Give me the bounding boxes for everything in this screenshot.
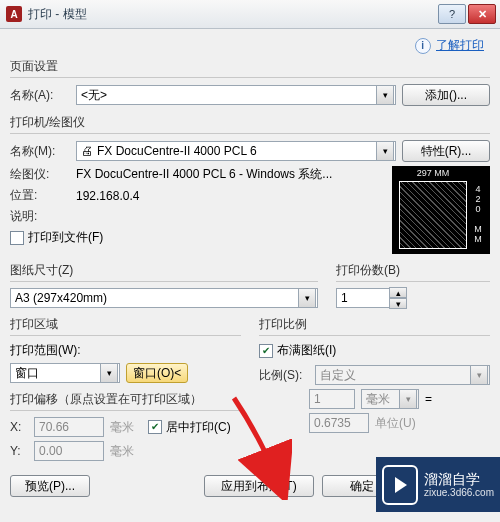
promo-overlay: 溜溜自学 zixue.3d66.com (376, 457, 500, 512)
scale-num-value: 1 (314, 392, 321, 406)
checkbox-box-icon: ✔ (148, 420, 162, 434)
copies-value: 1 (341, 291, 389, 305)
legend-offset: 打印偏移（原点设置在可打印区域） (10, 391, 241, 408)
scale-ratio-value: 自定义 (320, 367, 470, 384)
offset-x-unit: 毫米 (110, 419, 134, 436)
printer-icon: 🖨 (81, 144, 93, 158)
checkbox-box-icon: ✔ (259, 344, 273, 358)
play-icon (382, 465, 418, 505)
offset-y-input: 0.00 (34, 441, 104, 461)
checkbox-box-icon (10, 231, 24, 245)
scale-num-input: 1 (309, 389, 355, 409)
plot-range-combo[interactable]: 窗口 ▾ (10, 363, 120, 383)
print-to-file-label: 打印到文件(F) (28, 229, 103, 246)
scale-unit1-combo: 毫米 ▾ (361, 389, 419, 409)
scale-ratio-label: 比例(S): (259, 367, 309, 384)
window-title: 打印 - 模型 (28, 6, 438, 23)
info-icon: i (415, 38, 431, 54)
printer-name-combo[interactable]: 🖨 FX DocuCentre-II 4000 PCL 6 ▾ (76, 141, 396, 161)
scale-ratio-combo: 自定义 ▾ (315, 365, 490, 385)
chevron-down-icon[interactable]: ▾ (100, 363, 118, 383)
fit-to-paper-label: 布满图纸(I) (277, 342, 336, 359)
preview-button[interactable]: 预览(P)... (10, 475, 90, 497)
legend-copies: 打印份数(B) (336, 262, 490, 279)
group-copies: 打印份数(B) 1 ▴ ▾ (336, 262, 490, 308)
copies-spinner[interactable]: 1 ▴ ▾ (336, 288, 406, 308)
paper-size-value: A3 (297x420mm) (15, 291, 298, 305)
chevron-down-icon[interactable]: ▾ (376, 141, 394, 161)
learn-print-link[interactable]: 了解打印 (436, 38, 484, 52)
location-value: 192.168.0.4 (76, 189, 139, 203)
legend-scale: 打印比例 (259, 316, 490, 333)
learn-print-area: i 了解打印 (10, 35, 490, 58)
pagesetup-name-value: <无> (81, 87, 376, 104)
plotter-value: FX DocuCentre-II 4000 PCL 6 - Windows 系统… (76, 166, 382, 183)
center-plot-checkbox[interactable]: ✔ 居中打印(C) (148, 419, 231, 436)
group-page-setup: 页面设置 名称(A): <无> ▾ 添加()... (10, 58, 490, 106)
promo-domain: zixue.3d66.com (424, 487, 494, 498)
plot-range-value: 窗口 (15, 365, 100, 382)
preview-width-label: 297 MM (399, 168, 467, 178)
pagesetup-name-label: 名称(A): (10, 87, 70, 104)
chevron-down-icon[interactable]: ▾ (376, 85, 394, 105)
offset-y-unit: 毫米 (110, 443, 134, 460)
offset-x-input: 70.66 (34, 417, 104, 437)
paper-preview: 297 MM 420 MM (392, 166, 490, 254)
location-label: 位置: (10, 187, 70, 204)
center-plot-label: 居中打印(C) (166, 419, 231, 436)
scale-eq-label: = (425, 392, 432, 406)
group-offset: 打印偏移（原点设置在可打印区域） X: 70.66 毫米 ✔ 居中打印(C) Y… (10, 391, 241, 461)
scale-unit1-value: 毫米 (366, 391, 399, 408)
offset-y-value: 0.00 (39, 444, 62, 458)
description-label: 说明: (10, 208, 70, 225)
title-bar: A 打印 - 模型 ? ✕ (0, 0, 500, 29)
legend-paper: 图纸尺寸(Z) (10, 262, 318, 279)
legend-printer: 打印机/绘图仪 (10, 114, 490, 131)
chevron-down-icon[interactable]: ▾ (298, 288, 316, 308)
scale-den-value: 0.6735 (314, 416, 351, 430)
spin-up-icon[interactable]: ▴ (389, 287, 407, 298)
offset-x-value: 70.66 (39, 420, 69, 434)
preview-page-icon (399, 181, 467, 249)
offset-x-label: X: (10, 420, 28, 434)
close-button[interactable]: ✕ (468, 4, 496, 24)
apply-layout-button[interactable]: 应用到布局(T) (204, 475, 314, 497)
group-paper-size: 图纸尺寸(Z) A3 (297x420mm) ▾ (10, 262, 318, 308)
group-plot-area: 打印区域 打印范围(W): 窗口 ▾ 窗口(O)< (10, 316, 241, 383)
pagesetup-name-combo[interactable]: <无> ▾ (76, 85, 396, 105)
offset-y-label: Y: (10, 444, 28, 458)
scale-den-input: 0.6735 (309, 413, 369, 433)
preview-height-label: 420 MM (473, 184, 483, 244)
app-icon: A (6, 6, 22, 22)
promo-brand: 溜溜自学 (424, 471, 494, 487)
spin-down-icon[interactable]: ▾ (389, 298, 407, 309)
printer-name-value: FX DocuCentre-II 4000 PCL 6 (97, 144, 376, 158)
legend-page-setup: 页面设置 (10, 58, 490, 75)
printer-name-label: 名称(M): (10, 143, 70, 160)
help-button[interactable]: ? (438, 4, 466, 24)
group-scale: 打印比例 ✔ 布满图纸(I) 比例(S): 自定义 ▾ 1 (259, 316, 490, 433)
dialog-client: i 了解打印 页面设置 名称(A): <无> ▾ 添加()... 打印机/绘图仪… (0, 29, 500, 507)
print-to-file-checkbox[interactable]: 打印到文件(F) (10, 229, 103, 246)
printer-properties-button[interactable]: 特性(R)... (402, 140, 490, 162)
plot-range-label: 打印范围(W): (10, 342, 241, 359)
pick-window-button[interactable]: 窗口(O)< (126, 363, 188, 383)
scale-unit2-label: 单位(U) (375, 415, 416, 432)
chevron-down-icon: ▾ (399, 389, 417, 409)
plotter-label: 绘图仪: (10, 166, 70, 183)
add-pagesetup-button[interactable]: 添加()... (402, 84, 490, 106)
chevron-down-icon: ▾ (470, 365, 488, 385)
fit-to-paper-checkbox[interactable]: ✔ 布满图纸(I) (259, 342, 336, 359)
paper-size-combo[interactable]: A3 (297x420mm) ▾ (10, 288, 318, 308)
legend-plot-area: 打印区域 (10, 316, 241, 333)
group-printer: 打印机/绘图仪 名称(M): 🖨 FX DocuCentre-II 4000 P… (10, 114, 490, 254)
